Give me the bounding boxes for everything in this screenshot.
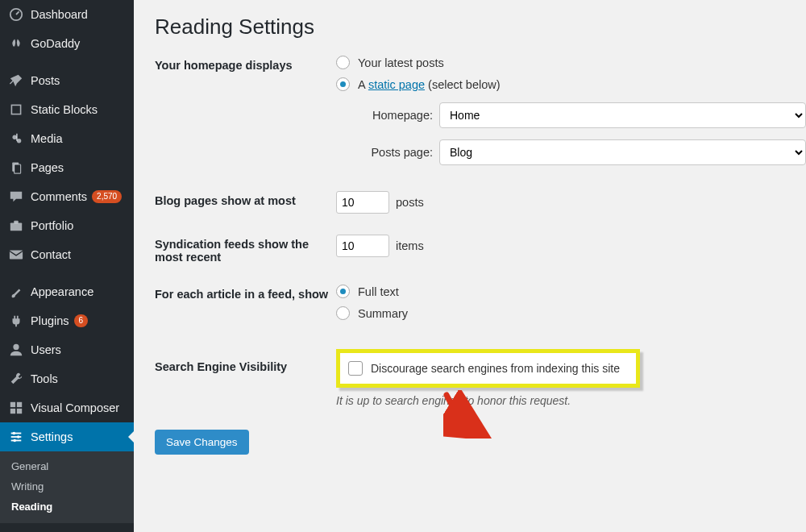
svg-rect-11 (17, 402, 22, 407)
portfolio-icon (8, 218, 24, 234)
sidebar-item-contact[interactable]: Contact (0, 240, 134, 269)
admin-sidebar: Dashboard GoDaddy Posts Static Blocks Me… (0, 0, 134, 532)
tools-icon (8, 371, 24, 387)
godaddy-icon (8, 35, 24, 52)
checkbox-discourage-label: Discourage search engines from indexing … (371, 362, 620, 375)
static-page-link[interactable]: static page (368, 78, 425, 91)
sidebar-item-label: Users (31, 343, 61, 356)
label-sev: Search Engine Visibility (155, 349, 336, 373)
svg-rect-12 (10, 409, 15, 414)
sidebar-item-label: Plugins (31, 314, 69, 327)
visual-composer-icon (8, 400, 24, 416)
input-blog-pages-count[interactable] (336, 191, 389, 214)
sidebar-item-appearance[interactable]: Appearance (0, 277, 134, 306)
sidebar-item-godaddy[interactable]: GoDaddy (0, 29, 134, 58)
sidebar-item-label: Portfolio (31, 219, 73, 232)
sev-hint: It is up to search engines to honor this… (336, 394, 785, 407)
submenu-writing[interactable]: Writing (0, 476, 134, 497)
plugins-count-badge: 6 (74, 314, 89, 327)
svg-point-18 (17, 435, 20, 438)
sidebar-item-visual-composer[interactable]: Visual Composer (0, 393, 134, 422)
dashboard-icon (8, 6, 24, 23)
checkbox-discourage[interactable] (348, 361, 363, 376)
submenu-reading[interactable]: Reading (0, 497, 134, 517)
radio-static-page-label: A static page (select below) (358, 78, 501, 91)
sidebar-item-label: Tools (31, 372, 58, 385)
radio-full-text-label: Full text (358, 285, 399, 298)
radio-latest-posts-label: Your latest posts (358, 56, 444, 69)
sidebar-item-tools[interactable]: Tools (0, 364, 134, 393)
sidebar-item-media[interactable]: Media (0, 124, 134, 153)
unit-items: items (396, 239, 424, 252)
input-syndication-count[interactable] (336, 235, 389, 257)
radio-static-page[interactable] (336, 77, 350, 91)
brush-icon (8, 284, 24, 300)
save-changes-button[interactable]: Save Changes (155, 430, 249, 455)
sidebar-item-label: Contact (31, 248, 71, 261)
plugin-icon (8, 313, 24, 329)
sidebar-item-comments[interactable]: Comments 2,570 (0, 182, 134, 211)
main-content: Reading Settings Your homepage displays … (134, 0, 806, 532)
sidebar-item-label: Visual Composer (31, 401, 119, 414)
radio-summary[interactable] (336, 306, 350, 320)
sidebar-item-dashboard[interactable]: Dashboard (0, 0, 134, 29)
label-homepage: Homepage: (351, 109, 433, 122)
sidebar-item-label: Comments (31, 190, 87, 203)
sidebar-item-label: Appearance (31, 285, 93, 298)
label-blog-pages: Blog pages show at most (155, 191, 336, 207)
settings-submenu: General Writing Reading (0, 451, 134, 523)
settings-icon (8, 429, 24, 445)
svg-rect-5 (15, 164, 21, 173)
sidebar-item-label: Posts (31, 74, 60, 87)
sidebar-item-label: Pages (31, 161, 64, 174)
unit-posts: posts (396, 196, 424, 209)
svg-rect-7 (14, 221, 18, 224)
radio-full-text[interactable] (336, 285, 350, 298)
sidebar-item-posts[interactable]: Posts (0, 66, 134, 95)
sidebar-item-label: GoDaddy (31, 37, 80, 50)
label-posts-page: Posts page: (351, 146, 433, 159)
svg-rect-13 (17, 409, 22, 414)
sidebar-item-plugins[interactable]: Plugins 6 (0, 306, 134, 335)
select-homepage[interactable]: Home (439, 102, 806, 128)
sidebar-item-settings[interactable]: Settings (0, 422, 134, 451)
highlight-box: Discourage search engines from indexing … (336, 349, 640, 388)
select-posts-page[interactable]: Blog (439, 139, 806, 165)
page-title: Reading Settings (155, 15, 785, 39)
sidebar-item-pages[interactable]: Pages (0, 153, 134, 182)
comments-count-badge: 2,570 (92, 190, 122, 203)
label-syndication: Syndication feeds show the most recent (155, 235, 336, 264)
svg-rect-1 (11, 105, 20, 114)
sidebar-item-label: Static Blocks (31, 103, 98, 116)
sidebar-item-label: Settings (31, 430, 73, 443)
radio-latest-posts[interactable] (336, 56, 350, 69)
sidebar-item-label: Dashboard (31, 8, 88, 21)
svg-point-9 (13, 344, 19, 350)
mail-icon (8, 247, 24, 263)
sidebar-item-static-blocks[interactable]: Static Blocks (0, 95, 134, 124)
svg-rect-10 (10, 402, 15, 407)
block-icon (8, 102, 24, 118)
radio-summary-label: Summary (358, 307, 408, 320)
users-icon (8, 342, 24, 358)
svg-point-19 (13, 439, 16, 443)
label-homepage-displays: Your homepage displays (155, 56, 336, 72)
svg-rect-6 (10, 222, 22, 231)
svg-rect-8 (10, 251, 23, 260)
pages-icon (8, 160, 24, 176)
sidebar-item-label: Media (31, 132, 63, 145)
comments-icon (8, 189, 24, 205)
svg-point-17 (13, 432, 16, 435)
sidebar-item-users[interactable]: Users (0, 335, 134, 364)
label-feed-article: For each article in a feed, show (155, 285, 336, 301)
sidebar-item-portfolio[interactable]: Portfolio (0, 211, 134, 240)
media-icon (8, 131, 24, 147)
submenu-general[interactable]: General (0, 456, 134, 476)
pin-icon (8, 73, 24, 89)
